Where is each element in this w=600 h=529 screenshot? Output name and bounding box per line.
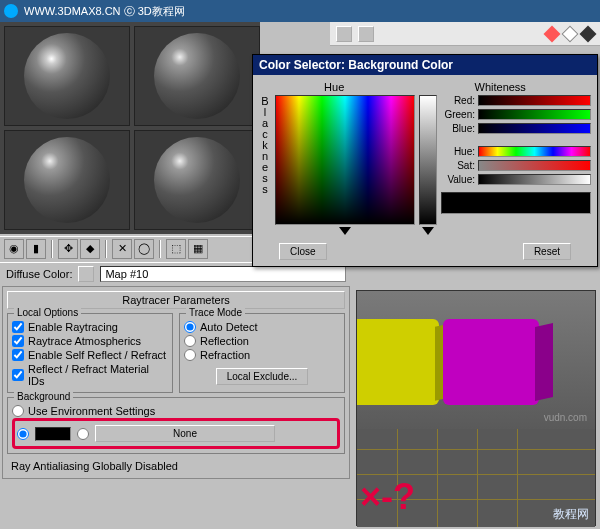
- viewport-yellow-cube: [357, 319, 439, 405]
- value-slider[interactable]: [478, 174, 591, 185]
- material-sphere-icon: [154, 137, 240, 223]
- material-sphere-icon: [24, 137, 110, 223]
- sample-cylinder-icon[interactable]: ▮: [26, 239, 46, 259]
- top-toolbar: [330, 22, 600, 46]
- watermark-text: 教程网: [553, 506, 589, 523]
- enable-self-reflect-checkbox[interactable]: Enable Self Reflect / Refract: [12, 348, 168, 362]
- assign-material-icon[interactable]: ✕: [112, 239, 132, 259]
- hue-pointer-icon: [339, 227, 351, 235]
- local-options-group: Local Options Enable Raytracing Raytrace…: [7, 313, 173, 393]
- color-selector-dialog: Color Selector: Background Color Hue Whi…: [252, 54, 598, 267]
- reset-map-icon[interactable]: ◯: [134, 239, 154, 259]
- reset-button[interactable]: Reset: [523, 243, 571, 260]
- trace-mode-title: Trace Mode: [186, 307, 245, 318]
- red-diamond-icon[interactable]: [544, 25, 561, 42]
- whiteness-picker-col: [419, 95, 437, 235]
- material-sample-grid: [0, 22, 260, 234]
- map-radio[interactable]: [77, 427, 89, 441]
- pick-material-icon[interactable]: ✥: [58, 239, 78, 259]
- hue-label: Hue: [324, 81, 344, 93]
- grid-line: [357, 474, 595, 475]
- dialog-buttons: Close Reset: [259, 243, 591, 260]
- annotation-highlight: None: [12, 418, 340, 449]
- trace-mode-group: Trace Mode Auto Detect Reflection Refrac…: [179, 313, 345, 393]
- dialog-title[interactable]: Color Selector: Background Color: [253, 55, 597, 75]
- sat-slider-row: Sat:: [441, 160, 591, 171]
- grid-line: [357, 449, 595, 450]
- local-exclude-button[interactable]: Local Exclude...: [216, 368, 309, 385]
- sample-sphere-icon[interactable]: ◉: [4, 239, 24, 259]
- hue-slider[interactable]: [478, 146, 591, 157]
- background-title: Background: [14, 391, 73, 402]
- diffuse-label: Diffuse Color:: [6, 268, 72, 280]
- undo-icon[interactable]: [336, 26, 352, 42]
- color-selector-labels: Hue Whiteness: [259, 81, 591, 93]
- grid-line: [437, 429, 438, 527]
- background-color-swatch[interactable]: [35, 427, 71, 441]
- color-preview-swatch: [441, 192, 591, 214]
- show-map-icon[interactable]: ▦: [188, 239, 208, 259]
- grid-line: [517, 429, 518, 527]
- diffuse-swatch-button[interactable]: [78, 266, 94, 282]
- material-sample-slot[interactable]: [4, 26, 130, 126]
- material-effects-icon[interactable]: ⬚: [166, 239, 186, 259]
- select-icon[interactable]: [358, 26, 374, 42]
- black-diamond-icon[interactable]: [580, 25, 597, 42]
- viewport-magenta-cube: [443, 319, 539, 405]
- hue-whiteness-picker[interactable]: [275, 95, 415, 225]
- dialog-body: Hue Whiteness Blackness Red: Green: Blue…: [253, 75, 597, 266]
- background-color-row: None: [17, 423, 335, 444]
- material-sample-slot[interactable]: [134, 130, 260, 230]
- raytracer-parameters-panel: Raytracer Parameters Local Options Enabl…: [2, 286, 350, 479]
- color-radio[interactable]: [17, 427, 29, 441]
- material-sample-slot[interactable]: [4, 130, 130, 230]
- whiteness-pointer-icon: [422, 227, 434, 235]
- whiteness-label: Whiteness: [475, 81, 526, 93]
- watermark-text: vudn.com: [544, 412, 587, 423]
- sat-slider[interactable]: [478, 160, 591, 171]
- reflect-refract-ids-checkbox[interactable]: Reflect / Refract Material IDs: [12, 362, 168, 388]
- perspective-viewport[interactable]: vudn.com: [357, 291, 595, 429]
- material-sample-slot[interactable]: [134, 26, 260, 126]
- enable-raytracing-checkbox[interactable]: Enable Raytracing: [12, 320, 168, 334]
- background-map-none-button[interactable]: None: [95, 425, 275, 442]
- browser-logo-icon: [4, 4, 18, 18]
- color-selector-main: Blackness Red: Green: Blue: Hue: Sat: Va…: [259, 95, 591, 235]
- reflection-radio[interactable]: Reflection: [184, 334, 340, 348]
- grid-line: [477, 429, 478, 527]
- value-slider-row: Value:: [441, 174, 591, 185]
- red-slider[interactable]: [478, 95, 591, 106]
- use-env-settings-radio[interactable]: Use Environment Settings: [12, 404, 340, 418]
- toolbar-separator: [51, 240, 53, 258]
- blue-slider[interactable]: [478, 123, 591, 134]
- close-button[interactable]: Close: [279, 243, 327, 260]
- raytracer-columns: Local Options Enable Raytracing Raytrace…: [7, 313, 345, 397]
- hue-picker-col: [275, 95, 415, 235]
- raytrace-atmospherics-checkbox[interactable]: Raytrace Atmospherics: [12, 334, 168, 348]
- material-editor-panel: [0, 22, 260, 234]
- toolbar-separator: [159, 240, 161, 258]
- local-options-title: Local Options: [14, 307, 81, 318]
- hue-slider-row: Hue:: [441, 146, 591, 157]
- toolbar-separator: [105, 240, 107, 258]
- whiteness-slider[interactable]: [419, 95, 437, 225]
- antialias-label: Ray Antialiasing Globally Disabled: [7, 458, 345, 474]
- blue-slider-row: Blue:: [441, 123, 591, 134]
- material-sphere-icon: [154, 33, 240, 119]
- url-bar: WWW.3DMAX8.CN ⓒ 3D教程网: [0, 0, 600, 22]
- red-slider-row: Red:: [441, 95, 591, 106]
- url-text: WWW.3DMAX8.CN ⓒ 3D教程网: [24, 4, 185, 19]
- diffuse-map-input[interactable]: [100, 266, 346, 282]
- white-diamond-icon[interactable]: [562, 25, 579, 42]
- material-sphere-icon: [24, 33, 110, 119]
- green-slider-row: Green:: [441, 109, 591, 120]
- auto-detect-radio[interactable]: Auto Detect: [184, 320, 340, 334]
- color-sliders: Red: Green: Blue: Hue: Sat: Value:: [441, 95, 591, 235]
- annotation-scribble: ×-?: [360, 476, 415, 518]
- refraction-radio[interactable]: Refraction: [184, 348, 340, 362]
- blackness-label-col: Blackness: [259, 95, 271, 235]
- green-slider[interactable]: [478, 109, 591, 120]
- put-material-icon[interactable]: ◆: [80, 239, 100, 259]
- background-group: Background Use Environment Settings None: [7, 397, 345, 454]
